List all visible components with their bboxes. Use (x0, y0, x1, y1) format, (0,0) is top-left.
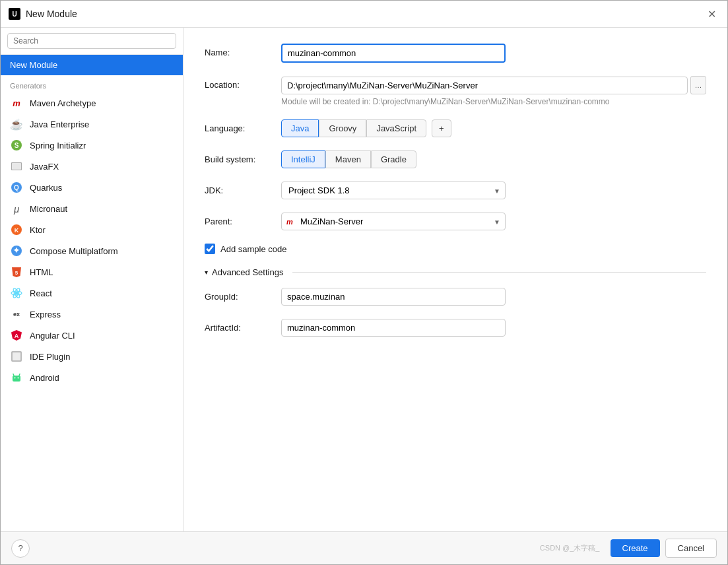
sidebar-item-label: Android (30, 373, 59, 383)
build-system-label: Build system: (205, 150, 271, 164)
advanced-settings-label: Advanced Settings (212, 267, 283, 277)
jdk-select-wrapper: Project SDK 1.8 ▼ (281, 182, 506, 199)
groupid-control (281, 288, 706, 306)
sidebar-item-label: JavaFX (30, 162, 59, 172)
build-system-row: Build system: IntelliJ Maven Gradle (205, 150, 706, 168)
location-label: Location: (205, 76, 271, 90)
svg-point-12 (15, 292, 18, 295)
maven-archetype-icon: m (10, 96, 23, 110)
name-input[interactable] (281, 44, 506, 63)
dialog-title: New Module (26, 9, 77, 19)
angular-icon: A (10, 329, 23, 342)
groupid-label: GroupId: (205, 288, 271, 302)
sidebar-item-react[interactable]: React (1, 282, 183, 304)
sidebar-item-label: Quarkus (30, 183, 62, 193)
java-enterprise-icon: ☕ (10, 117, 23, 131)
add-sample-code-row: Add sample code (205, 244, 706, 254)
sidebar-item-micronaut[interactable]: μ Micronaut (1, 198, 183, 219)
svg-text:A: A (15, 333, 19, 339)
language-plus-button[interactable]: + (432, 119, 451, 137)
sidebar-item-compose[interactable]: ✦ Compose Multiplatform (1, 240, 183, 261)
build-maven-button[interactable]: Maven (325, 150, 371, 168)
sidebar-item-java-enterprise[interactable]: ☕ Java Enterprise (1, 114, 183, 135)
html-icon: 5 (10, 265, 23, 279)
language-control: Java Groovy JavaScript + (281, 119, 706, 137)
svg-text:5: 5 (15, 270, 18, 276)
parent-select-wrapper: m MuZiNan-Server ▼ (281, 213, 506, 230)
svg-point-22 (18, 378, 19, 379)
svg-text:Q: Q (14, 184, 19, 191)
build-system-control: IntelliJ Maven Gradle (281, 150, 706, 168)
svg-text:S: S (15, 142, 19, 149)
sidebar-item-express[interactable]: ex Express (1, 304, 183, 325)
advanced-chevron-icon: ▾ (205, 269, 208, 276)
cancel-button[interactable]: Cancel (665, 539, 717, 558)
language-groovy-button[interactable]: Groovy (319, 119, 366, 137)
sidebar-item-label: Spring Initializr (30, 141, 86, 150)
help-button[interactable]: ? (11, 539, 30, 558)
create-button[interactable]: Create (611, 539, 660, 557)
build-button-group: IntelliJ Maven Gradle (281, 150, 706, 168)
location-input[interactable] (281, 77, 688, 94)
sidebar-item-maven-archetype[interactable]: m Maven Archetype (1, 92, 183, 114)
new-module-dialog: U New Module ✕ New Module Generators m M… (0, 0, 728, 565)
sidebar-item-spring-initializr[interactable]: S Spring Initializr (1, 135, 183, 156)
sidebar-item-label: Angular CLI (30, 331, 75, 341)
build-gradle-button[interactable]: Gradle (371, 150, 416, 168)
generators-label: Generators (1, 75, 183, 92)
sidebar-item-label: Java Enterprise (30, 119, 89, 129)
artifactid-input[interactable] (281, 319, 506, 337)
add-sample-code-checkbox[interactable] (205, 244, 215, 254)
build-intellij-button[interactable]: IntelliJ (281, 150, 325, 168)
react-icon (10, 286, 23, 300)
location-hint: Module will be created in: D:\project\ma… (281, 97, 706, 106)
groupid-input[interactable] (281, 288, 506, 306)
app-icon: U (9, 8, 20, 20)
android-icon (10, 371, 23, 384)
sidebar-item-javafx[interactable]: JavaFX (1, 156, 183, 177)
sidebar-item-label: IDE Plugin (30, 352, 70, 362)
sidebar-item-label: Micronaut (30, 204, 67, 214)
advanced-settings-toggle[interactable]: ▾ Advanced Settings (205, 267, 706, 277)
express-icon: ex (10, 308, 23, 321)
name-label: Name: (205, 44, 271, 57)
parent-select[interactable]: MuZiNan-Server (281, 213, 506, 230)
sidebar-item-label: React (30, 288, 52, 298)
sidebar-item-quarkus[interactable]: Q Quarkus (1, 177, 183, 198)
main-form: Name: Location: … Module will be created… (183, 28, 727, 531)
sidebar-item-html[interactable]: 5 HTML (1, 261, 183, 282)
sidebar-item-ktor[interactable]: K Ktor (1, 219, 183, 240)
add-sample-code-label[interactable]: Add sample code (220, 244, 286, 254)
dialog-content: New Module Generators m Maven Archetype … (1, 28, 727, 531)
watermark: CSDN @_木字稿_ (540, 543, 600, 553)
bottom-bar: ? CSDN @_木字稿_ Create Cancel (1, 531, 727, 564)
section-divider (292, 272, 706, 273)
sidebar-item-android[interactable]: Android (1, 367, 183, 388)
language-javascript-button[interactable]: JavaScript (366, 119, 426, 137)
location-row: Location: … Module will be created in: D… (205, 76, 706, 106)
sidebar-item-ide-plugin[interactable]: IDE Plugin (1, 346, 183, 367)
title-bar: U New Module ✕ (1, 1, 727, 28)
location-input-wrapper: … (281, 76, 706, 94)
svg-point-21 (15, 378, 16, 379)
jdk-select[interactable]: Project SDK 1.8 (281, 182, 506, 199)
search-input[interactable] (7, 33, 176, 49)
language-label: Language: (205, 119, 271, 133)
new-module-selected[interactable]: New Module (1, 55, 183, 75)
name-row: Name: (205, 44, 706, 63)
name-control (281, 44, 706, 63)
svg-rect-3 (12, 163, 21, 170)
artifactid-row: ArtifactId: (205, 319, 706, 337)
jdk-row: JDK: Project SDK 1.8 ▼ (205, 182, 706, 199)
parent-row: Parent: m MuZiNan-Server ▼ (205, 213, 706, 230)
language-java-button[interactable]: Java (281, 119, 319, 137)
jdk-control: Project SDK 1.8 ▼ (281, 182, 706, 199)
sidebar-item-label: Maven Archetype (30, 98, 96, 108)
javafx-icon (10, 160, 23, 173)
groupid-row: GroupId: (205, 288, 706, 306)
sidebar-item-label: Compose Multiplatform (30, 246, 118, 256)
close-button[interactable]: ✕ (704, 6, 719, 22)
language-button-group: Java Groovy JavaScript (281, 119, 426, 137)
sidebar-item-angular[interactable]: A Angular CLI (1, 325, 183, 346)
location-browse-button[interactable]: … (690, 76, 706, 94)
